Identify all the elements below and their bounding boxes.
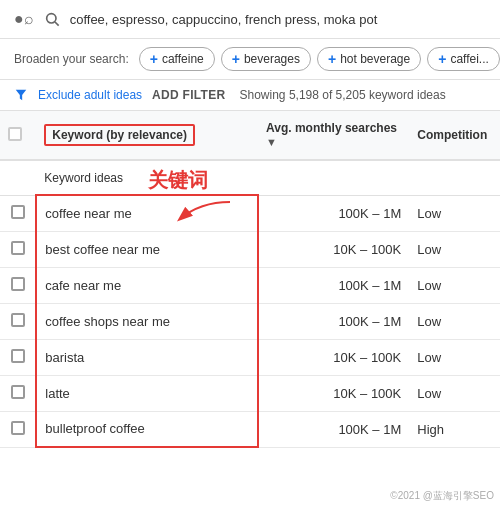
row-check-4 (0, 339, 36, 375)
comp-cell-2: Low (409, 267, 500, 303)
col-competition-header: Competition (409, 111, 500, 160)
tag-caffei[interactable]: + caffei... (427, 47, 500, 71)
comp-cell-3: Low (409, 303, 500, 339)
col-monthly-header: Avg. monthly searches ▼ (258, 111, 409, 160)
row-checkbox-6[interactable] (11, 421, 25, 435)
keyword-cell-5: latte (36, 375, 258, 411)
exclude-adult-link[interactable]: Exclude adult ideas (38, 88, 142, 102)
keyword-text-6: bulletproof coffee (45, 421, 145, 436)
keyword-table: Keyword (by relevance) Avg. monthly sear… (0, 111, 500, 448)
row-checkbox-5[interactable] (11, 385, 25, 399)
search-icon: ●⌕ (14, 10, 34, 28)
table-row: cafe near me 100K – 1M Low (0, 267, 500, 303)
keyword-text-3: coffee shops near me (45, 314, 170, 329)
col-keyword-header: Keyword (by relevance) (36, 111, 258, 160)
comp-cell-4: Low (409, 339, 500, 375)
keyword-cell-2: cafe near me (36, 267, 258, 303)
comp-cell-1: Low (409, 231, 500, 267)
filter-icon (14, 88, 28, 102)
tag-beverages-label: beverages (244, 52, 300, 66)
tag-caffei-label: caffei... (450, 52, 488, 66)
keyword-header-label: Keyword (by relevance) (52, 128, 187, 142)
monthly-cell-0: 100K – 1M (258, 195, 409, 231)
showing-text: Showing 5,198 of 5,205 keyword ideas (240, 88, 446, 102)
monthly-cell-2: 100K – 1M (258, 267, 409, 303)
keyword-cell-4: barista (36, 339, 258, 375)
row-checkbox-2[interactable] (11, 277, 25, 291)
search-query-text: coffee, espresso, cappuccino, french pre… (70, 12, 378, 27)
search-icon-svg (44, 11, 60, 27)
monthly-cell-4: 10K – 100K (258, 339, 409, 375)
sub-header-row: Keyword ideas (0, 160, 500, 195)
header-checkbox[interactable] (8, 127, 22, 141)
row-check-1 (0, 231, 36, 267)
row-check-0 (0, 195, 36, 231)
row-checkbox-1[interactable] (11, 241, 25, 255)
tag-plus-icon: + (232, 51, 240, 67)
tag-hot-beverage[interactable]: + hot beverage (317, 47, 421, 71)
keyword-text-4: barista (45, 350, 84, 365)
tag-beverages[interactable]: + beverages (221, 47, 311, 71)
comp-cell-0: Low (409, 195, 500, 231)
row-check-2 (0, 267, 36, 303)
competition-header-label: Competition (417, 128, 487, 142)
tag-caffeine-label: caffeine (162, 52, 204, 66)
search-bar: ●⌕ coffee, espresso, cappuccino, french … (0, 0, 500, 39)
keyword-text-5: latte (45, 386, 70, 401)
monthly-cell-1: 10K – 100K (258, 231, 409, 267)
comp-cell-6: High (409, 411, 500, 447)
tag-plus-icon: + (438, 51, 446, 67)
col-check-header (0, 111, 36, 160)
filter-row: Exclude adult ideas ADD FILTER Showing 5… (0, 80, 500, 111)
table-container: 关键词 Keyword (by relevance) Avg. monthly … (0, 111, 500, 448)
broaden-label: Broaden your search: (14, 52, 129, 66)
svg-line-1 (55, 22, 59, 26)
table-row: latte 10K – 100K Low (0, 375, 500, 411)
tag-plus-icon: + (150, 51, 158, 67)
sub-keyword-label-cell: Keyword ideas (36, 160, 258, 195)
keyword-cell-1: best coffee near me (36, 231, 258, 267)
keyword-cell-6: bulletproof coffee (36, 411, 258, 447)
keyword-text-1: best coffee near me (45, 242, 160, 257)
tag-hot-beverage-label: hot beverage (340, 52, 410, 66)
sub-comp-cell (409, 160, 500, 195)
monthly-cell-5: 10K – 100K (258, 375, 409, 411)
keyword-text-2: cafe near me (45, 278, 121, 293)
tag-caffeine[interactable]: + caffeine (139, 47, 215, 71)
keyword-text-0: coffee near me (45, 206, 131, 221)
keyword-cell-3: coffee shops near me (36, 303, 258, 339)
row-checkbox-4[interactable] (11, 349, 25, 363)
sub-monthly-cell (258, 160, 409, 195)
svg-point-0 (46, 14, 55, 23)
row-checkbox-0[interactable] (11, 205, 25, 219)
row-check-6 (0, 411, 36, 447)
sort-icon[interactable]: ▼ (266, 136, 277, 148)
table-row: bulletproof coffee 100K – 1M High (0, 411, 500, 447)
table-row: barista 10K – 100K Low (0, 339, 500, 375)
keyword-cell-0: coffee near me (36, 195, 258, 231)
keyword-ideas-label: Keyword ideas (44, 171, 123, 185)
comp-cell-5: Low (409, 375, 500, 411)
table-row: best coffee near me 10K – 100K Low (0, 231, 500, 267)
monthly-cell-6: 100K – 1M (258, 411, 409, 447)
broaden-row: Broaden your search: + caffeine + bevera… (0, 39, 500, 80)
add-filter-button[interactable]: ADD FILTER (152, 88, 225, 102)
table-row: coffee shops near me 100K – 1M Low (0, 303, 500, 339)
row-check-3 (0, 303, 36, 339)
row-checkbox-3[interactable] (11, 313, 25, 327)
tag-plus-icon: + (328, 51, 336, 67)
table-row: coffee near me 100K – 1M Low (0, 195, 500, 231)
sub-check-cell (0, 160, 36, 195)
monthly-header-label: Avg. monthly searches (266, 121, 397, 135)
monthly-cell-3: 100K – 1M (258, 303, 409, 339)
row-check-5 (0, 375, 36, 411)
svg-marker-2 (16, 90, 27, 101)
